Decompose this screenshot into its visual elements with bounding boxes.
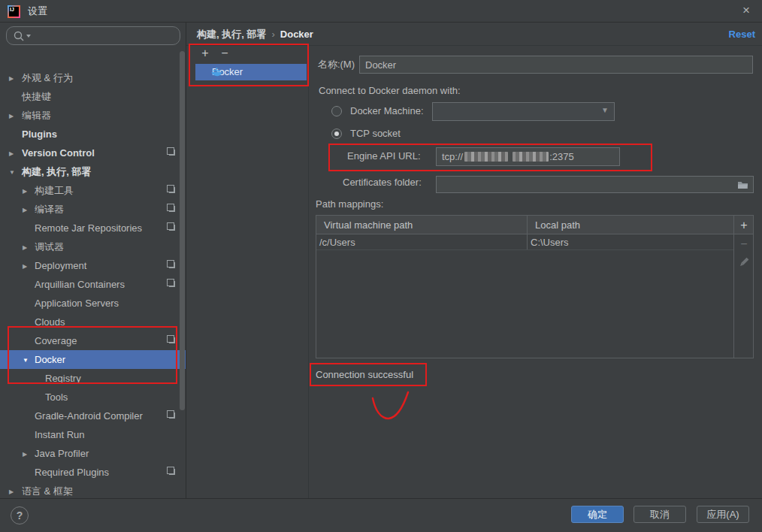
sidebar-item-gradle-android-compiler[interactable]: Gradle-Android Compiler xyxy=(0,407,186,425)
sidebar-item-label: 语言 & 框架 xyxy=(22,485,73,497)
sidebar-item-docker[interactable]: ▼Docker xyxy=(0,350,186,369)
expand-arrow-icon[interactable]: ▶ xyxy=(23,201,27,219)
add-mapping-icon[interactable]: + xyxy=(734,216,754,234)
table-toolbar: + − xyxy=(733,216,753,358)
engine-api-url-prefix: tcp:// xyxy=(442,151,463,162)
edit-mapping-icon[interactable] xyxy=(734,255,754,270)
sidebar-item-application-servers[interactable]: Application Servers xyxy=(0,294,186,313)
sidebar-item-label: Coverage xyxy=(35,335,77,346)
reset-link[interactable]: Reset xyxy=(729,23,755,46)
footer-divider xyxy=(0,498,762,499)
sidebar-item-version-control[interactable]: ▶Version Control xyxy=(0,144,186,162)
expand-arrow-icon[interactable]: ▶ xyxy=(23,257,27,276)
name-field[interactable] xyxy=(359,56,753,74)
collapse-arrow-icon[interactable]: ▼ xyxy=(9,163,15,182)
docker-whale-icon xyxy=(211,67,222,77)
add-docker-button[interactable]: + xyxy=(198,47,212,60)
settings-dialog: IJ 设置 × ▶外观 & 行为快捷键▶编辑器Plugins▶Version C… xyxy=(0,0,762,532)
breadcrumb: 构建, 执行, 部署›Docker xyxy=(197,23,313,46)
dropdown-arrow-icon[interactable]: ▼ xyxy=(601,106,609,114)
modified-settings-icon xyxy=(169,469,175,475)
sidebar-item-外观-行为[interactable]: ▶外观 & 行为 xyxy=(0,68,186,87)
modified-settings-icon xyxy=(169,262,175,268)
expand-arrow-icon[interactable]: ▶ xyxy=(23,182,27,201)
sidebar-item-instant-run[interactable]: Instant Run xyxy=(0,425,186,444)
expand-arrow-icon[interactable]: ▶ xyxy=(9,482,14,498)
apply-button[interactable]: 应用(A) xyxy=(697,506,749,523)
sidebar-item-deployment[interactable]: ▶Deployment xyxy=(0,256,186,275)
remove-docker-button[interactable]: − xyxy=(218,47,231,60)
sidebar-item-快捷键[interactable]: 快捷键 xyxy=(0,87,186,106)
engine-api-url-field[interactable]: tcp:// :2375 xyxy=(436,147,620,166)
table-row[interactable]: /c/UsersC:\Users xyxy=(316,234,734,250)
sidebar-item-语言-框架[interactable]: ▶语言 & 框架 xyxy=(0,482,186,498)
sidebar-item-构建工具[interactable]: ▶构建工具 xyxy=(0,181,186,200)
sidebar-item-label: Deployment xyxy=(35,260,86,271)
sidebar-item-调试器[interactable]: ▶调试器 xyxy=(0,237,186,256)
sidebar-item-label: Docker xyxy=(35,354,65,365)
column-header-local-path[interactable]: Local path xyxy=(528,216,735,234)
expand-arrow-icon[interactable]: ▶ xyxy=(23,238,27,257)
sidebar-item-label: 编辑器 xyxy=(22,110,51,121)
sidebar-item-required-plugins[interactable]: Required Plugins xyxy=(0,463,186,482)
help-button[interactable]: ? xyxy=(11,506,29,524)
sidebar-item-label: Clouds xyxy=(35,316,65,328)
sidebar-item-编译器[interactable]: ▶编译器 xyxy=(0,200,186,219)
sidebar-item-label: 编译器 xyxy=(35,204,64,215)
breadcrumb-parent[interactable]: 构建, 执行, 部署 xyxy=(197,29,266,40)
sidebar-item-编辑器[interactable]: ▶编辑器 xyxy=(0,106,186,125)
annotation-checkmark xyxy=(367,387,415,425)
expand-arrow-icon[interactable]: ▶ xyxy=(9,69,14,88)
sidebar-item-label: Gradle-Android Compiler xyxy=(35,410,143,422)
search-icon xyxy=(14,31,33,41)
sidebar-item-label: 构建工具 xyxy=(35,185,74,196)
sidebar-item-java-profiler[interactable]: ▶Java Profiler xyxy=(0,444,186,463)
modified-settings-icon xyxy=(169,225,175,231)
docker-machine-select[interactable]: ▼ xyxy=(432,102,615,121)
title-bar: IJ 设置 × xyxy=(0,0,762,23)
path-mappings-label: Path mappings: xyxy=(316,196,383,213)
sidebar-scrollbar[interactable] xyxy=(180,51,185,410)
tcp-socket-radio[interactable] xyxy=(331,128,342,139)
docker-machine-radio[interactable] xyxy=(331,106,342,116)
remove-mapping-icon[interactable]: − xyxy=(734,235,754,253)
sidebar-item-plugins[interactable]: Plugins xyxy=(0,125,186,144)
search-input[interactable] xyxy=(6,26,180,45)
sidebar-item-tools[interactable]: Tools xyxy=(0,388,186,407)
cancel-button[interactable]: 取消 xyxy=(633,506,686,523)
sidebar-item-coverage[interactable]: Coverage xyxy=(0,331,186,350)
expand-arrow-icon[interactable]: ▶ xyxy=(9,107,14,125)
column-header-vm-path[interactable]: Virtual machine path xyxy=(316,216,527,234)
breadcrumb-divider xyxy=(186,45,762,46)
sidebar-item-clouds[interactable]: Clouds xyxy=(0,313,186,331)
intellij-logo-icon: IJ xyxy=(8,5,20,18)
collapse-arrow-icon[interactable]: ▼ xyxy=(23,351,29,370)
sidebar-item-label: 构建, 执行, 部署 xyxy=(22,166,91,177)
cell-vm-path: /c/Users xyxy=(316,234,527,250)
expand-arrow-icon[interactable]: ▶ xyxy=(23,445,27,464)
sidebar-item-label: Arquillian Containers xyxy=(35,279,125,290)
folder-browse-icon[interactable] xyxy=(737,180,748,189)
sidebar-item-label: Tools xyxy=(45,391,68,403)
sidebar-item-remote-jar-repositories[interactable]: Remote Jar Repositories xyxy=(0,219,186,237)
sidebar-item-label: Required Plugins xyxy=(35,467,109,478)
redacted-host-part2 xyxy=(513,152,549,162)
modified-settings-icon xyxy=(169,337,175,343)
engine-api-url-suffix: :2375 xyxy=(549,151,574,162)
sidebar-item-registry[interactable]: Registry xyxy=(0,369,186,388)
expand-arrow-icon[interactable]: ▶ xyxy=(9,144,14,163)
ok-button[interactable]: 确定 xyxy=(571,506,624,523)
sidebar-item-label: Java Profiler xyxy=(35,448,89,459)
close-icon[interactable]: × xyxy=(739,0,753,23)
connect-label: Connect to Docker daemon with: xyxy=(319,83,461,99)
sidebar-item-构建-执行-部署[interactable]: ▼构建, 执行, 部署 xyxy=(0,162,186,181)
path-mappings-table: Virtual machine path Local path /c/Users… xyxy=(316,215,754,358)
connection-status: Connection successful xyxy=(316,367,413,383)
chevron-down-icon xyxy=(26,35,31,38)
sidebar-item-arquillian-containers[interactable]: Arquillian Containers xyxy=(0,275,186,294)
certificates-folder-field[interactable] xyxy=(436,176,754,193)
modified-settings-icon xyxy=(169,206,175,212)
engine-api-url-label: Engine API URL: xyxy=(347,148,421,165)
sidebar-item-label: 调试器 xyxy=(35,241,64,252)
modified-settings-icon xyxy=(169,281,175,287)
